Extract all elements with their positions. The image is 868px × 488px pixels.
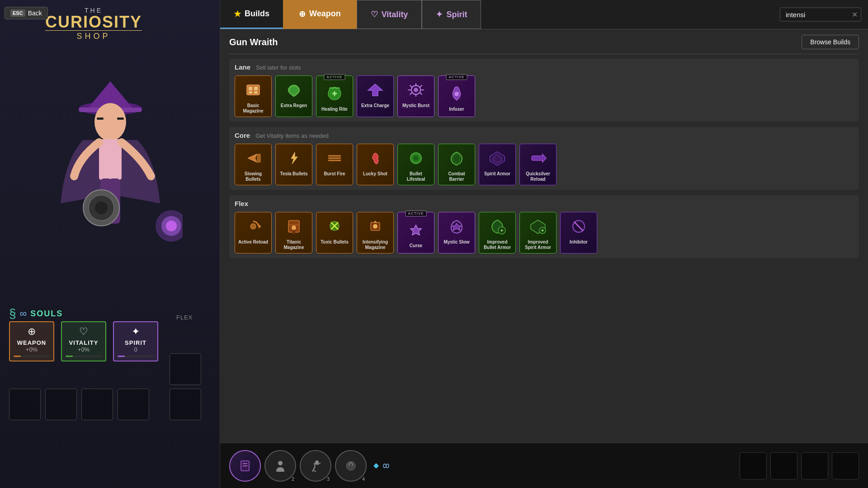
curse-name: Curse [401,243,431,249]
weapon-label: WEAPON [14,339,50,346]
item-mystic-burst[interactable]: Mystic Burst [397,75,434,117]
souls-section: § ∞ SOULS [9,306,63,321]
flex-slot-1[interactable] [170,353,201,385]
improved-spirit-armor-name: Improved Spirit Armor [523,239,553,250]
item-slot-4[interactable] [118,389,149,420]
burst-fire-name: Burst Fire [319,171,350,177]
inhibitor-name: Inhibitor [563,239,594,245]
item-intensifying-magazine[interactable]: Intensifying Magazine [357,212,394,253]
item-active-reload[interactable]: Active Reload [235,212,272,253]
improved-spirit-armor-icon [524,215,552,238]
item-curse[interactable]: ACTIVE Curse [397,212,434,253]
item-mystic-slow[interactable]: Mystic Slow [438,212,475,253]
browse-builds-button[interactable]: Browse Builds [802,35,859,49]
bottom-slot-4[interactable] [832,452,859,479]
item-slowing-bullets[interactable]: Slowing Bullets [235,144,272,185]
item-toxic-bullets[interactable]: Toxic Bullets [316,212,353,253]
extra-regen-icon [280,79,307,101]
toxic-bullets-icon [321,215,348,238]
svg-marker-21 [368,84,382,96]
quicksilver-reload-name: Quicksilver Reload [523,171,553,182]
svg-point-29 [413,155,419,161]
item-spirit-armor[interactable]: Spirit Armor [479,144,516,185]
curse-active-badge: ACTIVE [406,211,427,216]
left-panel: ESC Back THE CURIOSITY SHOP [0,0,220,488]
flex-slot-2[interactable] [170,389,201,420]
ability-slot-1[interactable] [229,450,261,482]
item-slot-3[interactable] [81,389,113,420]
bottom-slot-3[interactable] [801,452,828,479]
vitality-stat: ♡ VITALITY +0% [61,321,106,361]
tab-builds[interactable]: ★ Builds [220,0,283,29]
item-slot-2[interactable] [45,389,77,420]
vitality-value: +0% [66,346,102,353]
vitality-tab-label: Vitality [382,10,408,19]
item-bullet-lifesteal[interactable]: Bullet Lifesteal [397,144,434,185]
flex-items-grid: Active Reload Titanic Magazine Toxic Bul… [235,212,854,253]
content-header: Gun Wraith Browse Builds [229,29,859,54]
diamond-icon-group [373,461,391,470]
slot-3-num: 3 [327,476,330,482]
item-basic-magazine[interactable]: Basic Magazine [235,75,272,117]
tesla-bullets-name: Tesla Bullets [278,171,309,177]
bullet-lifesteal-name: Bullet Lifesteal [401,171,431,182]
item-lucky-shot[interactable]: Lucky Shot [357,144,394,185]
svg-marker-32 [259,224,261,229]
improved-bullet-armor-name: Improved Bullet Armor [482,239,513,250]
item-inhibitor[interactable]: Inhibitor [560,212,597,253]
character-svg [38,59,183,249]
item-extra-charge[interactable]: Extra Charge [357,75,394,117]
inhibitor-icon [565,215,592,238]
active-reload-name: Active Reload [238,239,269,245]
ability-slot-2[interactable]: 2 [264,450,296,482]
svg-rect-4 [97,117,104,120]
infinity-bottom-icon [382,461,391,470]
svg-line-51 [574,222,583,231]
ability-slot-3[interactable]: 3 [300,450,331,482]
svg-point-42 [373,224,377,229]
core-title: Core [235,131,250,139]
item-combat-barrier[interactable]: Combat Barrier [438,144,475,185]
flex-section: Flex Active Reload Titanic Magazine [229,195,859,258]
tab-weapon[interactable]: ⊕ Weapon [283,0,357,29]
search-input[interactable] [780,8,861,22]
combat-barrier-icon [443,147,470,169]
core-header: Core Get Vitality items as needed [235,131,854,139]
flex-label: FLEX [176,314,193,321]
ability-slot-4[interactable]: 4 [335,450,367,482]
infuser-name: Infuser [441,107,472,112]
svg-point-23 [414,88,418,92]
item-burst-fire[interactable]: Burst Fire [316,144,353,185]
bottom-slot-1[interactable] [740,452,767,479]
item-improved-bullet-armor[interactable]: Improved Bullet Armor [479,212,516,253]
tab-vitality[interactable]: ♡ Vitality [357,0,422,29]
tab-bar: ★ Builds ⊕ Weapon ♡ Vitality ✦ Spirit ✕ [220,0,868,29]
svg-point-55 [278,461,283,465]
item-improved-spirit-armor[interactable]: Improved Spirit Armor [519,212,557,253]
search-clear-button[interactable]: ✕ [852,10,858,19]
back-button[interactable]: ESC Back [5,7,48,19]
bottom-slot-2[interactable] [770,452,797,479]
svg-point-36 [292,225,296,230]
item-quicksilver-reload[interactable]: Quicksilver Reload [519,144,557,185]
item-infuser[interactable]: ACTIVE Infuser [438,75,475,117]
svg-rect-16 [249,87,252,90]
svg-point-11 [166,221,177,231]
active-reload-icon [240,215,267,238]
svg-point-24 [454,92,459,96]
item-slots-row [9,389,149,420]
item-slot-1[interactable] [9,389,41,420]
toxic-bullets-name: Toxic Bullets [319,239,350,245]
vitality-tab-icon: ♡ [371,9,378,19]
titanic-magazine-icon [280,215,307,238]
mystic-slow-name: Mystic Slow [441,239,472,245]
tab-spirit[interactable]: ✦ Spirit [422,0,481,29]
item-titanic-magazine[interactable]: Titanic Magazine [275,212,312,253]
item-healing-rite[interactable]: ACTIVE Healing Rite [316,75,353,117]
item-extra-regen[interactable]: Extra Regen [275,75,312,117]
core-items-grid: Slowing Bullets Tesla Bullets Burst Fire [235,144,854,185]
svg-point-3 [94,103,126,141]
flex-header: Flex [235,200,854,207]
item-tesla-bullets[interactable]: Tesla Bullets [275,144,312,185]
basic-magazine-name: Basic Magazine [238,103,269,114]
